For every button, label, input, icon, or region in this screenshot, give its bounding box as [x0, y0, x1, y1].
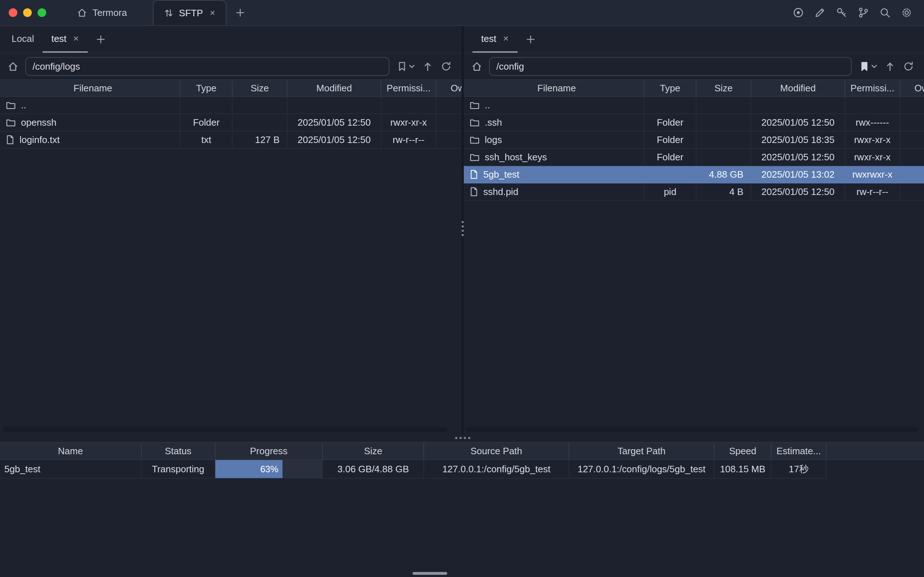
tab-test-left[interactable]: test ✕ — [43, 26, 88, 53]
column-header-target-path[interactable]: Target Path — [569, 443, 714, 459]
column-header-type[interactable]: Type — [644, 80, 697, 96]
horizontal-scrollbar[interactable] — [3, 427, 447, 432]
close-tab-icon[interactable]: ✕ — [210, 9, 216, 17]
refresh-icon[interactable] — [903, 61, 914, 72]
transfer-row[interactable]: 5gb_test Transporting 63% 3.06 GB/4.88 G… — [0, 460, 924, 479]
bookmark-dropdown[interactable] — [860, 61, 877, 71]
column-header-estimate[interactable]: Estimate... — [772, 443, 826, 459]
right-path-input[interactable] — [489, 57, 852, 76]
bookmark-icon — [397, 61, 407, 71]
column-header-size[interactable]: Size — [323, 443, 424, 459]
table-row[interactable]: loginfo.txt txt 127 B 2025/01/05 12:50 r… — [0, 131, 462, 149]
table-row[interactable]: logs Folder 2025/01/05 18:35 rwxr-xr-x — [464, 131, 924, 149]
bookmark-filled-icon — [860, 61, 869, 71]
left-pane-tabs: Local test ✕ — [0, 26, 462, 53]
transfer-estimate: 17秒 — [772, 460, 826, 479]
column-header-owner[interactable]: Ow — [900, 80, 924, 96]
folder-icon — [469, 135, 480, 144]
table-row[interactable]: .. — [0, 97, 462, 114]
close-tab-icon[interactable]: ✕ — [503, 34, 509, 43]
parent-directory-icon[interactable] — [422, 61, 433, 71]
right-new-tab-button[interactable] — [518, 26, 543, 53]
zoom-window-button[interactable] — [37, 8, 46, 17]
table-row[interactable]: .ssh Folder 2025/01/05 12:50 rwx------ — [464, 114, 924, 131]
tab-termora[interactable]: Termora — [66, 0, 137, 25]
column-header-filename[interactable]: Filename — [464, 80, 644, 96]
left-path-bar — [0, 53, 462, 79]
tab-test-label: test — [51, 33, 66, 44]
modified-cell: 2025/01/05 12:50 — [287, 114, 381, 131]
left-path-input[interactable] — [25, 57, 389, 76]
owner-cell — [900, 114, 924, 131]
minimize-window-button[interactable] — [23, 8, 32, 17]
sftp-split-view: Local test ✕ — [0, 26, 924, 434]
filename: ssh_host_keys — [485, 149, 547, 165]
column-header-permissions[interactable]: Permissi... — [845, 80, 900, 96]
modified-cell: 2025/01/05 12:50 — [287, 131, 381, 149]
modified-cell — [751, 97, 845, 114]
table-row[interactable]: sshd.pid pid 4 B 2025/01/05 12:50 rw-r--… — [464, 184, 924, 201]
horizontal-splitter[interactable] — [0, 434, 924, 442]
tab-test-right[interactable]: test ✕ — [472, 26, 518, 53]
column-header-speed[interactable]: Speed — [714, 443, 772, 459]
key-icon[interactable] — [836, 7, 847, 18]
home-icon[interactable] — [471, 61, 482, 72]
owner-cell — [900, 149, 924, 166]
column-header-source-path[interactable]: Source Path — [424, 443, 569, 459]
edit-icon[interactable] — [814, 7, 826, 18]
search-icon[interactable] — [879, 7, 891, 18]
type-cell: pid — [644, 184, 697, 201]
table-row[interactable]: .. — [464, 97, 924, 114]
tab-local-label: Local — [11, 33, 34, 44]
column-header-permissions[interactable]: Permissi... — [381, 80, 436, 96]
column-header-progress[interactable]: Progress — [215, 443, 323, 459]
owner-cell — [900, 131, 924, 149]
column-header-modified[interactable]: Modified — [751, 80, 845, 96]
tab-local[interactable]: Local — [3, 26, 43, 53]
column-header-size[interactable]: Size — [697, 80, 751, 96]
git-branch-icon[interactable] — [858, 7, 869, 18]
left-table-header: Filename Type Size Modified Permissi... … — [0, 79, 462, 97]
folder-icon — [6, 118, 16, 127]
traffic-lights — [0, 0, 56, 25]
size-cell: 4.88 GB — [697, 166, 751, 184]
home-icon[interactable] — [7, 61, 19, 72]
filename: logs — [485, 131, 502, 148]
right-pane-tabs: test ✕ — [464, 26, 924, 53]
horizontal-scrollbar-thumb[interactable] — [413, 572, 447, 575]
column-header-modified[interactable]: Modified — [287, 80, 381, 96]
plus-icon — [96, 34, 106, 44]
table-row[interactable]: ssh_host_keys Folder 2025/01/05 12:50 rw… — [464, 149, 924, 166]
right-path-actions — [858, 61, 917, 72]
column-header-status[interactable]: Status — [142, 443, 215, 459]
bookmark-dropdown[interactable] — [397, 61, 415, 71]
permissions-cell: rwxr-xr-x — [845, 131, 900, 149]
modified-cell: 2025/01/05 12:50 — [751, 114, 845, 131]
transfer-target-path: 127.0.0.1:/config/logs/5gb_test — [569, 460, 714, 479]
column-header-owner[interactable]: Ow — [436, 80, 462, 96]
splitter-grip[interactable] — [455, 437, 470, 439]
parent-directory-icon[interactable] — [885, 61, 895, 71]
horizontal-scrollbar[interactable] — [465, 427, 919, 432]
close-tab-icon[interactable]: ✕ — [73, 34, 79, 43]
transfer-source-path: 127.0.0.1:/config/5gb_test — [424, 460, 569, 479]
column-header-filename[interactable]: Filename — [0, 80, 181, 96]
plus-icon — [235, 8, 245, 18]
titlebar: Termora SFTP ✕ — [0, 0, 924, 26]
table-row[interactable]: openssh Folder 2025/01/05 12:50 rwxr-xr-… — [0, 114, 462, 131]
column-header-type[interactable]: Type — [181, 80, 233, 96]
left-new-tab-button[interactable] — [88, 26, 114, 53]
new-tab-button[interactable] — [226, 0, 254, 25]
column-header-name[interactable]: Name — [0, 443, 142, 459]
table-row-selected[interactable]: 5gb_test 4.88 GB 2025/01/05 13:02 rwxrwx… — [464, 166, 924, 184]
size-cell — [233, 97, 287, 114]
owner-cell — [436, 114, 462, 131]
column-header-size[interactable]: Size — [233, 80, 287, 96]
refresh-icon[interactable] — [441, 61, 452, 72]
record-icon[interactable] — [792, 7, 804, 18]
close-window-button[interactable] — [9, 8, 17, 17]
transfer-name: 5gb_test — [0, 460, 142, 479]
tab-sftp[interactable]: SFTP ✕ — [153, 0, 226, 25]
folder-icon — [469, 101, 480, 110]
settings-gear-icon[interactable] — [901, 7, 913, 18]
